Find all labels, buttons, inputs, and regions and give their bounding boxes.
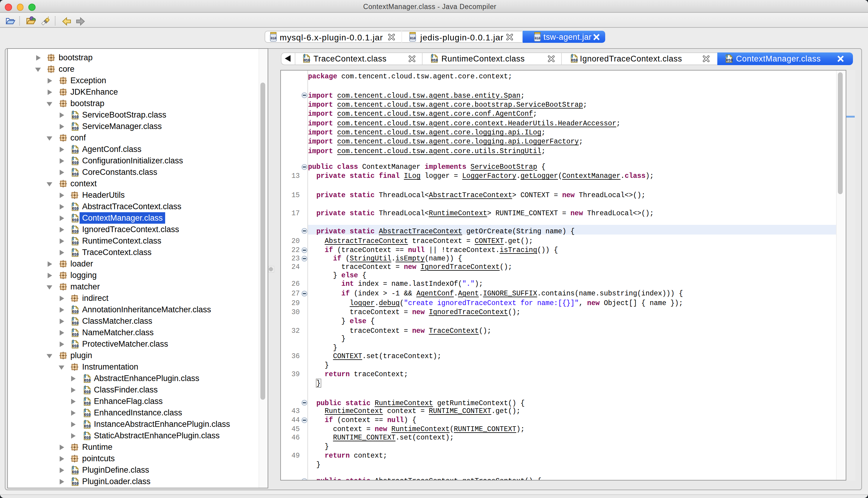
svg-text:010: 010 <box>571 58 577 63</box>
svg-text:010: 010 <box>410 37 415 40</box>
svg-text:010: 010 <box>72 470 79 474</box>
svg-text:010: 010 <box>84 424 90 429</box>
svg-text:010: 010 <box>271 37 276 40</box>
svg-text:010: 010 <box>72 172 79 176</box>
svg-text:010: 010 <box>72 344 79 349</box>
svg-text:010: 010 <box>72 482 79 486</box>
svg-text:010: 010 <box>72 332 79 337</box>
svg-text:010: 010 <box>72 310 79 314</box>
svg-text:010: 010 <box>72 126 79 131</box>
svg-text:010: 010 <box>72 321 79 326</box>
svg-text:010: 010 <box>726 58 733 63</box>
svg-text:010: 010 <box>84 436 90 440</box>
svg-text:010: 010 <box>72 241 79 245</box>
svg-text:010: 010 <box>72 149 79 154</box>
svg-text:010: 010 <box>72 230 79 234</box>
svg-text:010: 010 <box>72 207 79 211</box>
svg-text:010: 010 <box>84 390 90 394</box>
svg-text:010: 010 <box>72 115 79 119</box>
svg-text:010: 010 <box>431 58 438 63</box>
svg-text:010: 010 <box>534 37 540 40</box>
svg-text:010: 010 <box>72 252 79 257</box>
svg-text:010: 010 <box>303 58 310 63</box>
svg-text:010: 010 <box>72 161 79 165</box>
svg-text:010: 010 <box>84 378 90 383</box>
svg-text:010: 010 <box>84 401 90 406</box>
svg-text:010: 010 <box>72 218 79 222</box>
svg-text:010: 010 <box>84 413 90 417</box>
